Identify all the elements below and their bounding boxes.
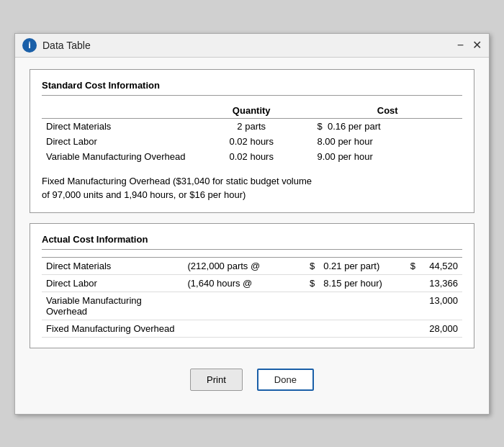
act-row-2-dollar2 (399, 274, 420, 292)
col-header-label (42, 103, 200, 119)
std-row-2-qty: 0.02 hours (200, 134, 302, 149)
act-row-3-per (319, 292, 399, 320)
info-icon: i (22, 38, 37, 53)
minimize-button[interactable]: − (457, 40, 464, 51)
act-row-2-dollar: $ (299, 274, 320, 292)
act-row-3-dollar2 (399, 292, 420, 320)
fixed-overhead-line2: of 97,000 units and 1,940 hours, or $16 … (42, 188, 462, 202)
col-header-quantity: Quantity (200, 103, 302, 119)
act-row-1-detail: (212,000 parts @ (184, 257, 299, 274)
act-row-3-detail (184, 292, 299, 320)
act-row-1-dollar2: $ (399, 257, 420, 274)
title-bar: i Data Table − ✕ (15, 34, 489, 58)
act-row-2-amount: 13,366 (420, 274, 462, 292)
table-row: Fixed Manufacturing Overhead 28,000 (42, 320, 462, 337)
act-row-1-amount: 44,520 (420, 257, 462, 274)
actual-cost-title: Actual Cost Information (42, 234, 462, 250)
table-row: Direct Labor 0.02 hours 8.00 per hour (42, 134, 462, 149)
std-row-3-qty: 0.02 hours (200, 149, 302, 164)
std-row-1-qty: 2 parts (200, 118, 302, 134)
fixed-overhead-line1: Fixed Manufacturing Overhead ($31,040 fo… (42, 174, 462, 189)
act-row-1-dollar: $ (299, 257, 320, 274)
close-button[interactable]: ✕ (472, 40, 482, 51)
act-row-1-label: Direct Materials (42, 257, 184, 274)
std-row-2-label: Direct Labor (42, 134, 200, 149)
act-row-2-detail: (1,640 hours @ (184, 274, 299, 292)
act-row-4-dollar2 (399, 320, 420, 337)
standard-cost-table: Quantity Cost Direct Materials 2 parts $… (42, 103, 462, 164)
act-row-4-amount: 28,000 (420, 320, 462, 337)
content-area: Standard Cost Information Quantity Cost … (15, 58, 489, 414)
act-row-4-detail (184, 320, 299, 337)
act-row-2-label: Direct Labor (42, 274, 184, 292)
act-row-3-label: Variable Manufacturing Overhead (42, 292, 184, 320)
std-row-1-label: Direct Materials (42, 118, 200, 134)
standard-cost-section: Standard Cost Information Quantity Cost … (30, 69, 474, 213)
main-window: i Data Table − ✕ Standard Cost Informati… (14, 33, 490, 415)
done-button[interactable]: Done (257, 369, 314, 391)
title-bar-left: i Data Table (22, 38, 91, 53)
std-row-3-cost: 9.00 per hour (302, 149, 462, 164)
act-row-1-per: 0.21 per part) (319, 257, 399, 274)
table-row: Variable Manufacturing Overhead 13,000 (42, 292, 462, 320)
table-row: Direct Materials 2 parts $ 0.16 per part (42, 118, 462, 134)
act-row-3-amount: 13,000 (420, 292, 462, 320)
actual-cost-section: Actual Cost Information Direct Materials… (30, 223, 474, 348)
act-row-4-dollar (299, 320, 320, 337)
table-row: Variable Manufacturing Overhead 0.02 hou… (42, 149, 462, 164)
std-row-1-cost: $ 0.16 per part (302, 118, 462, 134)
act-row-4-label: Fixed Manufacturing Overhead (42, 320, 184, 337)
act-row-4-per (319, 320, 399, 337)
table-row: Direct Materials (212,000 parts @ $ 0.21… (42, 257, 462, 274)
std-row-1-cost-val: 0.16 per part (328, 121, 381, 132)
footer: Print Done (30, 358, 474, 402)
act-row-3-dollar (299, 292, 320, 320)
window-title: Data Table (42, 40, 91, 51)
actual-cost-table: Direct Materials (212,000 parts @ $ 0.21… (42, 257, 462, 338)
std-row-2-cost: 8.00 per hour (302, 134, 462, 149)
fixed-overhead-text: Fixed Manufacturing Overhead ($31,040 fo… (42, 171, 462, 202)
table-row: Direct Labor (1,640 hours @ $ 8.15 per h… (42, 274, 462, 292)
std-row-3-label: Variable Manufacturing Overhead (42, 149, 200, 164)
standard-cost-title: Standard Cost Information (42, 80, 462, 96)
act-row-2-per: 8.15 per hour) (319, 274, 399, 292)
title-bar-controls: − ✕ (457, 40, 482, 51)
col-header-cost: Cost (302, 103, 462, 119)
std-row-1-dollar: $ (317, 121, 322, 132)
print-button[interactable]: Print (190, 369, 243, 391)
